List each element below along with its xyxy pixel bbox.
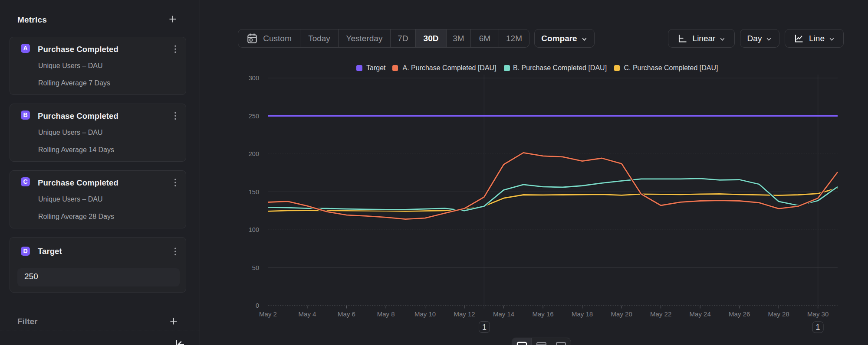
svg-text:May 6: May 6 (338, 310, 355, 318)
svg-text:May 8: May 8 (377, 310, 395, 318)
svg-text:250: 250 (249, 113, 259, 120)
svg-text:May 2: May 2 (259, 310, 277, 318)
svg-text:May 12: May 12 (454, 310, 475, 318)
svg-text:300: 300 (249, 75, 259, 81)
svg-text:May 20: May 20 (611, 310, 632, 318)
svg-text:May 16: May 16 (532, 310, 553, 318)
svg-text:May 28: May 28 (768, 310, 789, 318)
svg-text:150: 150 (249, 189, 259, 195)
svg-text:May 18: May 18 (572, 310, 593, 318)
svg-text:May 14: May 14 (493, 310, 514, 318)
svg-text:100: 100 (249, 226, 259, 233)
svg-text:1: 1 (815, 323, 820, 332)
svg-text:May 4: May 4 (299, 310, 316, 318)
svg-text:0: 0 (256, 302, 259, 309)
svg-text:200: 200 (249, 150, 259, 157)
svg-text:1: 1 (482, 323, 487, 332)
svg-text:May 10: May 10 (414, 310, 436, 318)
svg-text:May 22: May 22 (650, 310, 671, 318)
svg-text:May 24: May 24 (690, 310, 711, 318)
svg-text:May 30: May 30 (807, 310, 829, 318)
svg-text:50: 50 (252, 264, 259, 271)
svg-text:May 26: May 26 (729, 310, 750, 318)
